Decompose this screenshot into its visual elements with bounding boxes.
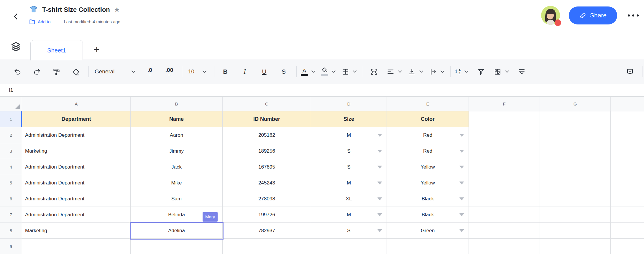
cell-B1[interactable]: Name	[131, 111, 223, 127]
cell-H4[interactable]	[611, 159, 644, 175]
cell-G9[interactable]	[540, 239, 611, 254]
cell-H2[interactable]	[611, 127, 644, 143]
add-to-button[interactable]: Add to	[29, 18, 50, 25]
clear-format-button[interactable]	[69, 64, 83, 79]
cell-D3[interactable]: S	[311, 143, 387, 159]
cell-F9[interactable]	[469, 239, 540, 254]
column-header-G[interactable]: G	[540, 97, 611, 111]
size-dropdown-arrow-row6[interactable]	[377, 197, 382, 200]
cell-F7[interactable]	[469, 207, 540, 223]
font-size-dropdown[interactable]: 10	[186, 64, 208, 79]
size-dropdown-arrow-row2[interactable]	[377, 134, 382, 137]
color-dropdown-arrow-row8[interactable]	[459, 229, 464, 232]
cell-C1[interactable]: ID Number	[223, 111, 311, 127]
cell-A2[interactable]: Administration Department	[22, 127, 131, 143]
underline-button[interactable]: U	[257, 64, 271, 79]
cell-B2[interactable]: Aaron	[131, 127, 223, 143]
cell-B4[interactable]: Jack	[131, 159, 223, 175]
add-sheet-button[interactable]: +	[88, 40, 105, 58]
strikethrough-button[interactable]: S	[277, 64, 290, 79]
select-all-corner[interactable]	[0, 97, 22, 111]
name-box[interactable]: I1	[0, 87, 13, 93]
cell-A5[interactable]: Administration Department	[22, 175, 131, 191]
color-dropdown-arrow-row2[interactable]	[459, 134, 464, 137]
row-header-2[interactable]: 2	[0, 127, 22, 143]
cell-B8[interactable]: Adelina	[131, 223, 223, 239]
size-dropdown-arrow-row3[interactable]	[377, 150, 382, 153]
cell-B5[interactable]: Mike	[131, 175, 223, 191]
vertical-align-button[interactable]	[408, 64, 423, 79]
cell-D9[interactable]	[311, 239, 387, 254]
cell-D1[interactable]: Size	[311, 111, 387, 127]
row-header-6[interactable]: 6	[0, 191, 22, 207]
cell-G5[interactable]	[540, 175, 611, 191]
cell-E7[interactable]: Black	[387, 207, 469, 223]
cell-C3[interactable]: 189256	[223, 143, 311, 159]
cell-E8[interactable]: Green	[387, 223, 469, 239]
cell-G6[interactable]	[540, 191, 611, 207]
cell-H9[interactable]	[611, 239, 644, 254]
cell-E9[interactable]	[387, 239, 469, 254]
italic-button[interactable]: I	[238, 64, 252, 79]
share-button[interactable]: Share	[569, 6, 617, 24]
decrease-decimal-button[interactable]: .0←	[143, 64, 157, 79]
cell-A3[interactable]: Marketing	[22, 143, 131, 159]
cell-E4[interactable]: Yellow	[387, 159, 469, 175]
cell-H7[interactable]	[611, 207, 644, 223]
row-header-3[interactable]: 3	[0, 143, 22, 159]
star-icon[interactable]: ★	[114, 6, 120, 13]
undo-button[interactable]	[11, 64, 24, 79]
cell-H6[interactable]	[611, 191, 644, 207]
cell-D6[interactable]: XL	[311, 191, 387, 207]
cell-C8[interactable]: 782937	[223, 223, 311, 239]
column-header-H[interactable]: H	[611, 97, 644, 111]
fill-color-button[interactable]	[321, 64, 336, 79]
cell-A6[interactable]: Administration Department	[22, 191, 131, 207]
cell-D5[interactable]: M	[311, 175, 387, 191]
column-header-E[interactable]: E	[387, 97, 469, 111]
size-dropdown-arrow-row5[interactable]	[377, 182, 382, 184]
bold-button[interactable]: B	[218, 64, 232, 79]
cell-H1[interactable]	[611, 111, 644, 127]
cell-H8[interactable]	[611, 223, 644, 239]
cell-C4[interactable]: 167895	[223, 159, 311, 175]
size-dropdown-arrow-row4[interactable]	[377, 166, 382, 169]
cell-G3[interactable]	[540, 143, 611, 159]
horizontal-align-button[interactable]	[387, 64, 402, 79]
cell-G2[interactable]	[540, 127, 611, 143]
cell-B3[interactable]: Jimmy	[131, 143, 223, 159]
size-dropdown-arrow-row7[interactable]	[377, 213, 382, 216]
cell-C7[interactable]: 199726	[223, 207, 311, 223]
borders-button[interactable]	[341, 64, 357, 79]
size-dropdown-arrow-row8[interactable]	[377, 229, 382, 232]
increase-decimal-button[interactable]: .00→	[162, 64, 176, 79]
color-dropdown-arrow-row4[interactable]	[459, 166, 464, 169]
cell-D7[interactable]: M	[311, 207, 387, 223]
cell-A7[interactable]: Administration Department	[22, 207, 131, 223]
color-dropdown-arrow-row6[interactable]	[459, 197, 464, 200]
cell-C6[interactable]: 278098	[223, 191, 311, 207]
spreadsheet-grid[interactable]: ABCDEFGH123456789DepartmentNameID Number…	[0, 97, 644, 254]
cell-G8[interactable]	[540, 223, 611, 239]
redo-button[interactable]	[30, 64, 44, 79]
cell-D2[interactable]: M	[311, 127, 387, 143]
sort-button[interactable]: 1 AZ	[455, 64, 468, 79]
sheet-list-button[interactable]	[8, 39, 24, 54]
column-header-F[interactable]: F	[469, 97, 540, 111]
cell-G7[interactable]	[540, 207, 611, 223]
cell-E6[interactable]: Black	[387, 191, 469, 207]
cell-C9[interactable]	[223, 239, 311, 254]
conditional-format-button[interactable]	[494, 64, 509, 79]
cell-H5[interactable]	[611, 175, 644, 191]
color-dropdown-arrow-row5[interactable]	[459, 182, 464, 184]
row-header-1[interactable]: 1	[0, 111, 22, 127]
cell-E1[interactable]: Color	[387, 111, 469, 127]
comment-button[interactable]	[623, 64, 637, 79]
cell-G1[interactable]	[540, 111, 611, 127]
merge-cells-button[interactable]	[367, 64, 381, 79]
cell-D8[interactable]: S	[311, 223, 387, 239]
text-wrap-button[interactable]	[429, 64, 444, 79]
cell-E5[interactable]: Yellow	[387, 175, 469, 191]
cell-F4[interactable]	[469, 159, 540, 175]
more-menu-button[interactable]	[626, 11, 640, 19]
